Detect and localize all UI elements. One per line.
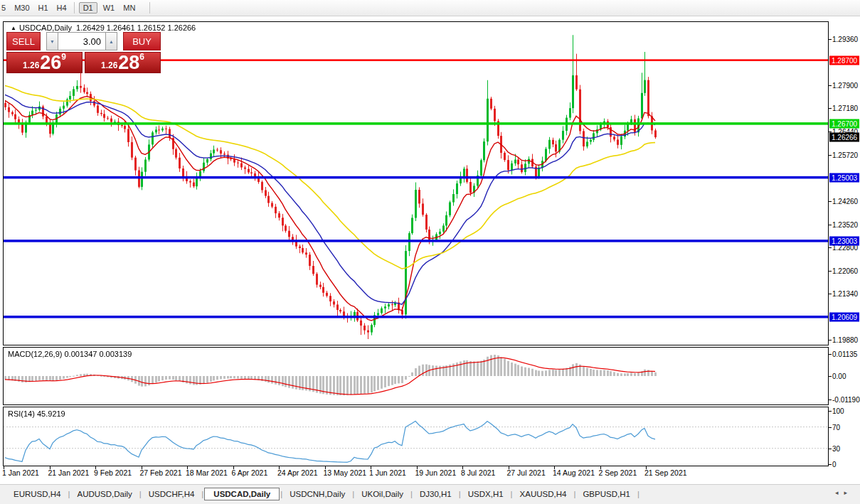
timeframe-toolbar: 5 M30 H1 H4 D1 W1 MN [0,0,860,16]
chart-tab-audusd-daily[interactable]: AUDUSD,Daily [70,488,138,500]
tab-separator: | [573,490,575,498]
price-tick-label: 1.29360 [832,36,858,43]
axis-tick-mark [829,271,832,272]
volume-input[interactable] [58,32,105,50]
tab-separator: | [511,490,513,498]
axis-tick-mark [829,340,832,341]
axis-tick-mark [829,155,832,156]
axis-tick-mark [829,225,832,225]
rsi-panel: RSI(14) 45.9219 [3,407,829,466]
tab-scroll-arrows[interactable]: ◂▸ [835,489,853,496]
rsi-tick-label: 70 [832,423,840,431]
ask-price-sup: 6 [139,53,144,60]
timeframe-w1-button[interactable]: W1 [99,2,120,14]
rsi-tick-label: 30 [832,444,840,452]
toolbar-separator [74,2,75,14]
price-chart-panel: ▲USDCAD,Daily 1.26429 1.26461 1.26152 1.… [3,21,829,345]
mt4-window: 5 M30 H1 H4 D1 W1 MN ▲USDCAD,Daily 1.264… [0,0,860,504]
date-label: 27 Feb 2021 [140,468,182,477]
tab-separator: | [280,490,282,498]
tab-separator: | [139,490,142,498]
price-tick-label: 1.25720 [832,151,858,159]
bid-price-sup: 9 [61,53,66,60]
volume-decrease-button[interactable]: ▼ [46,32,58,50]
date-label: 1 Jan 2021 [2,468,39,477]
axis-tick-mark [829,85,832,86]
macd-tick-label: 0.00 [832,372,846,380]
chart-tab-xauusd-h4[interactable]: XAUUSD,H4 [514,488,573,500]
tab-separator: | [410,490,413,498]
special-price-label: 1.23003 [829,236,859,245]
chart-tab-gbpusd-h1[interactable]: GBPUSD,H1 [576,488,636,500]
ohlc-values: 1.26429 1.26461 1.26152 1.26266 [76,23,196,32]
axis-tick-mark [829,108,832,109]
ask-price-big: 28 [118,54,139,72]
price-tick-label: 1.27180 [832,104,858,112]
axis-tick-mark [829,39,832,40]
chart-tab-usdcad-daily[interactable]: USDCAD,Daily [204,488,280,500]
chart-tab-bar: EURUSD,H4|AUDUSD,Daily|USDCHF,H4|USDCAD,… [0,484,860,504]
date-label: 1 Jun 2021 [369,468,406,477]
price-tick-label: 1.27900 [832,82,858,90]
sell-button[interactable]: SELL [6,32,41,50]
date-label: 19 Jun 2021 [415,468,457,477]
price-tick-label: 1.23520 [832,220,858,228]
price-tick-label: 1.22060 [832,267,858,275]
buy-price-button[interactable]: 1.26286 [85,52,161,73]
macd-panel: MACD(12,26,9) 0.001347 0.003139 [3,347,829,405]
symbol-period-label: USDCAD,Daily [19,23,72,32]
chart-tab-eurusd-h4[interactable]: EURUSD,H4 [7,488,67,500]
chart-tab-usdx-h1[interactable]: USDX,H1 [462,488,510,500]
rsi-label: RSI(14) 45.9219 [8,409,65,418]
ask-price-prefix: 1.26 [101,59,117,72]
chart-symbol-header: ▲USDCAD,Daily 1.26429 1.26461 1.26152 1.… [11,23,196,32]
axis-tick-mark [829,294,832,294]
timeframe-mn-button[interactable]: MN [119,2,139,14]
tab-separator: | [459,490,461,498]
bid-price-prefix: 1.26 [23,59,39,72]
special-price-label: 1.20609 [829,312,859,321]
chart-tab-usdchf-h4[interactable]: USDCHF,H4 [142,488,201,500]
volume-increase-button[interactable]: ▲ [105,32,117,50]
date-label: 21 Sep 2021 [644,468,687,477]
date-label: 14 Aug 2021 [553,468,595,477]
date-label: 18 Mar 2021 [186,468,228,477]
date-label: 8 Jul 2021 [461,468,495,477]
price-tick-label: 1.19880 [832,336,858,344]
axis-tick-mark [829,354,832,355]
tab-scroll-left-icon[interactable]: ◂ [835,489,844,496]
timeframe-d1-button[interactable]: D1 [79,2,97,14]
buy-button[interactable]: BUY [123,32,161,50]
caret-down-icon: ▼ [50,39,55,44]
timeframe-h1-button[interactable]: H1 [34,2,53,14]
tab-separator: | [352,490,354,498]
axis-tick-mark [829,449,832,449]
date-label: 9 Feb 2021 [94,468,132,477]
axis-tick-mark [829,464,832,465]
axis-tick-mark [829,400,832,400]
chart-tab-ukoil-daily[interactable]: UKOil,Daily [355,488,410,500]
axis-tick-mark [829,376,832,377]
price-tick-label: 1.24260 [832,197,858,205]
special-price-label: 1.25003 [829,173,859,182]
timeframe-h4-button[interactable]: H4 [53,2,71,14]
special-price-label: 1.26266 [829,133,859,142]
rsi-tick-label: 0 [832,461,837,468]
tab-separator: | [68,490,70,498]
timeframe-m15-button[interactable]: 5 [0,2,10,14]
collapse-trade-panel-icon[interactable]: ▲ [11,25,16,31]
date-label: 2 Sep 2021 [599,468,637,477]
chart-tab-dj30-h1[interactable]: DJ30,H1 [413,488,458,500]
chart-tab-usdcnh-daily[interactable]: USDCNH,Daily [283,488,351,500]
timeframe-m30-button[interactable]: M30 [10,2,33,14]
one-click-trading-widget: SELL ▼ ▲ BUY 1.26269 1.26286 [6,32,161,73]
caret-up-icon: ▲ [109,39,114,44]
toolbar-separator [149,2,150,14]
sell-price-button[interactable]: 1.26269 [6,52,83,73]
tab-separator: | [637,490,639,498]
tab-scroll-right-icon[interactable]: ▸ [844,489,853,496]
rsi-canvas[interactable] [4,407,828,466]
bid-price-big: 26 [40,54,61,72]
date-label: 6 Apr 2021 [232,468,268,477]
date-label: 21 Jan 2021 [48,468,90,477]
